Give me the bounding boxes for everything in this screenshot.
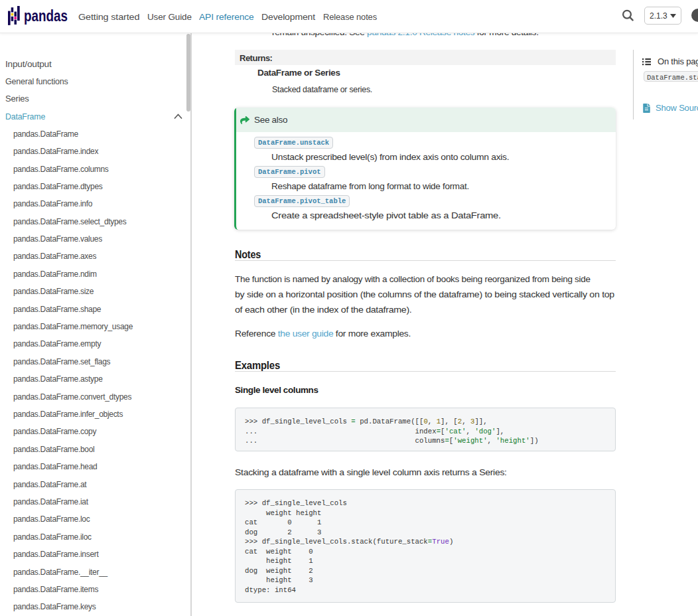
svg-text:pandas: pandas xyxy=(24,7,68,25)
